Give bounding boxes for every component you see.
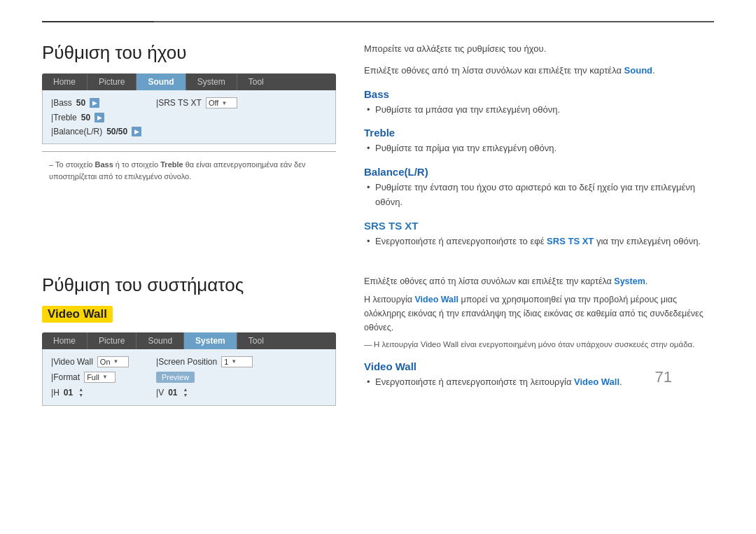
h-stepper[interactable]: ▲ ▼ bbox=[78, 387, 83, 398]
screen-pos-setting: |Screen Position 1 ▼ bbox=[156, 356, 254, 367]
system-row-2: |Format Full ▼ Preview bbox=[51, 372, 327, 383]
bass-label: |Bass bbox=[51, 98, 72, 108]
balance-value: 50/50 bbox=[106, 127, 127, 136]
system-section-layout: Ρύθμιση του συστήματος Video Wall Home P… bbox=[42, 274, 714, 406]
h-up-arrow[interactable]: ▲ bbox=[78, 387, 83, 393]
bass-arrow[interactable]: ▶ bbox=[90, 98, 99, 108]
settings-row-balance: |Balance(L/R) 50/50 ▶ bbox=[51, 127, 327, 136]
srs-subsection-title: SRS TS XT bbox=[364, 220, 714, 232]
sound-menu-bar: Home Picture Sound System Tool bbox=[42, 73, 336, 90]
sound-tab-picture[interactable]: Picture bbox=[88, 73, 136, 90]
h-down-arrow[interactable]: ▼ bbox=[78, 393, 83, 398]
srs-dropdown[interactable]: Off ▼ bbox=[206, 97, 237, 108]
v-label: |V bbox=[156, 388, 164, 398]
system-tab-picture[interactable]: Picture bbox=[88, 332, 136, 349]
preview-button[interactable]: Preview bbox=[156, 372, 195, 383]
system-section-title: Ρύθμιση του συστήματος bbox=[42, 274, 336, 296]
treble-subsection-title: Treble bbox=[364, 127, 714, 139]
system-tab-sound[interactable]: Sound bbox=[136, 332, 184, 349]
top-divider bbox=[42, 21, 714, 22]
system-intro1: Επιλέξτε οθόνες από τη λίστα συνόλων και… bbox=[364, 274, 714, 288]
system-tab-system[interactable]: System bbox=[184, 332, 237, 349]
format-dropdown[interactable]: Full ▼ bbox=[84, 372, 115, 383]
system-left-col: Ρύθμιση του συστήματος Video Wall Home P… bbox=[42, 274, 336, 406]
bass-value: 50 bbox=[76, 98, 85, 108]
v-stepper-setting: |V 01 ▲ ▼ bbox=[156, 387, 254, 398]
sound-settings-panel: |Bass 50 ▶ |SRS TS XT Off ▼ bbox=[42, 90, 336, 144]
treble-setting: |Treble 50 ▶ bbox=[51, 113, 149, 122]
sound-tab-system[interactable]: System bbox=[186, 73, 237, 90]
video-wall-label: |Video Wall bbox=[51, 357, 93, 367]
sound-divider bbox=[42, 151, 336, 152]
system-note: Η λειτουργία Video Wall είναι ενεργοποιη… bbox=[364, 339, 714, 351]
srs-bullet: Ενεργοποιήστε ή απενεργοποιήστε το εφέ S… bbox=[364, 234, 714, 249]
h-label: |H bbox=[51, 388, 59, 398]
srs-dropdown-arrow: ▼ bbox=[221, 100, 227, 106]
settings-row-treble: |Treble 50 ▶ bbox=[51, 113, 327, 122]
bass-bullet: Ρυθμίστε τα μπάσα για την επιλεγμένη οθό… bbox=[364, 103, 714, 118]
system-tab-tool[interactable]: Tool bbox=[237, 332, 275, 349]
screen-pos-label: |Screen Position bbox=[156, 357, 217, 367]
screen-pos-dropdown[interactable]: 1 ▼ bbox=[221, 356, 253, 367]
srs-label: |SRS TS XT bbox=[156, 98, 202, 108]
system-settings-panel: |Video Wall On ▼ |Screen Position 1 ▼ bbox=[42, 349, 336, 406]
v-up-arrow[interactable]: ▲ bbox=[183, 387, 188, 393]
bass-subsection-title: Bass bbox=[364, 88, 714, 100]
v-value: 01 bbox=[168, 388, 177, 398]
page-number: 71 bbox=[655, 368, 672, 386]
system-row-3: |H 01 ▲ ▼ |V 01 ▲ ▼ bbox=[51, 387, 327, 398]
system-intro2: Η λειτουργία Video Wall μπορεί να χρησιμ… bbox=[364, 293, 714, 335]
v-stepper[interactable]: ▲ ▼ bbox=[183, 387, 188, 398]
settings-row-bass: |Bass 50 ▶ |SRS TS XT Off ▼ bbox=[51, 97, 327, 108]
balance-bullet: Ρυθμίστε την ένταση του ήχου στο αριστερ… bbox=[364, 181, 714, 210]
h-stepper-setting: |H 01 ▲ ▼ bbox=[51, 387, 149, 398]
treble-bullet: Ρυθμίστε τα πρίμα για την επιλεγμένη οθό… bbox=[364, 141, 714, 156]
treble-label: |Treble bbox=[51, 113, 77, 122]
video-wall-dropdown-arrow: ▼ bbox=[113, 358, 119, 365]
sound-tab-home[interactable]: Home bbox=[42, 73, 88, 90]
sound-left-col: Ρύθμιση του ήχου Home Picture Sound Syst… bbox=[42, 42, 336, 249]
sound-section-title: Ρύθμιση του ήχου bbox=[42, 42, 336, 64]
balance-setting: |Balance(L/R) 50/50 ▶ bbox=[51, 127, 149, 136]
treble-value: 50 bbox=[81, 113, 90, 122]
sound-note: – Το στοιχείο Bass ή το στοιχείο Treble … bbox=[42, 159, 336, 182]
sound-intro1: Μπορείτε να αλλάξετε τις ρυθμίσεις του ή… bbox=[364, 42, 714, 57]
sound-tab-tool[interactable]: Tool bbox=[237, 73, 275, 90]
system-menu-bar: Home Picture Sound System Tool bbox=[42, 332, 336, 349]
video-wall-highlight: Video Wall bbox=[42, 306, 113, 323]
h-value: 01 bbox=[64, 388, 73, 398]
sound-intro2: Επιλέξτε οθόνες από τη λίστα συνόλων και… bbox=[364, 64, 714, 78]
sound-section-layout: Ρύθμιση του ήχου Home Picture Sound Syst… bbox=[42, 42, 714, 249]
bass-setting: |Bass 50 ▶ bbox=[51, 98, 149, 108]
video-wall-setting: |Video Wall On ▼ bbox=[51, 356, 149, 367]
format-label: |Format bbox=[51, 372, 80, 382]
format-setting: |Format Full ▼ bbox=[51, 372, 149, 383]
sound-tab-sound[interactable]: Sound bbox=[136, 73, 186, 90]
system-row-1: |Video Wall On ▼ |Screen Position 1 ▼ bbox=[51, 356, 327, 367]
screen-pos-dropdown-arrow: ▼ bbox=[231, 358, 237, 365]
balance-label: |Balance(L/R) bbox=[51, 127, 102, 136]
srs-setting: |SRS TS XT Off ▼ bbox=[156, 97, 254, 108]
v-down-arrow[interactable]: ▼ bbox=[183, 393, 188, 398]
format-dropdown-arrow: ▼ bbox=[102, 374, 108, 380]
sound-right-col: Μπορείτε να αλλάξετε τις ρυθμίσεις του ή… bbox=[364, 42, 714, 249]
balance-subsection-title: Balance(L/R) bbox=[364, 166, 714, 178]
balance-arrow[interactable]: ▶ bbox=[132, 127, 141, 136]
system-tab-home[interactable]: Home bbox=[42, 332, 88, 349]
video-wall-dropdown[interactable]: On ▼ bbox=[97, 356, 129, 367]
treble-arrow[interactable]: ▶ bbox=[94, 113, 104, 122]
